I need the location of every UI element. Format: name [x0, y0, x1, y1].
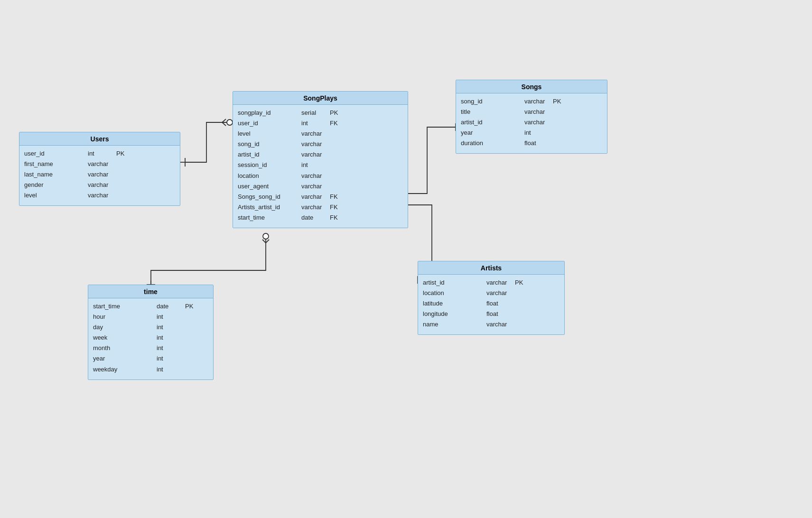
- table-row: level varchar: [238, 129, 403, 139]
- table-row: title varchar: [461, 107, 602, 117]
- er-diagram: Users user_id int PK first_name varchar …: [0, 0, 812, 518]
- table-row: start_time date PK: [93, 301, 208, 312]
- table-row: gender varchar: [24, 180, 175, 190]
- svg-point-2: [227, 120, 233, 125]
- table-songs-header: Songs: [456, 80, 607, 93]
- table-time-body: start_time date PK hour int day int week…: [88, 298, 213, 379]
- table-row: song_id varchar: [238, 139, 403, 149]
- table-row: duration float: [461, 138, 602, 148]
- connectors-svg: [0, 0, 812, 518]
- table-row: hour int: [93, 312, 208, 322]
- table-row: songplay_id serial PK: [238, 108, 403, 118]
- table-row: latitude float: [423, 298, 560, 309]
- table-row: location varchar: [423, 288, 560, 298]
- table-row: level varchar: [24, 190, 175, 201]
- table-row: user_id int PK: [24, 148, 175, 159]
- svg-line-7: [262, 240, 266, 243]
- table-row: week int: [93, 333, 208, 343]
- table-row: artist_id varchar: [238, 149, 403, 160]
- table-songplays-body: songplay_id serial PK user_id int FK lev…: [233, 105, 408, 228]
- table-row: Songs_song_id varchar FK: [238, 192, 403, 202]
- table-songs-body: song_id varchar PK title varchar artist_…: [456, 93, 607, 153]
- table-artists: Artists artist_id varchar PK location va…: [418, 261, 565, 335]
- table-row: location varchar: [238, 171, 403, 181]
- svg-line-4: [222, 122, 226, 126]
- table-row: Artists_artist_id varchar FK: [238, 202, 403, 213]
- table-artists-body: artist_id varchar PK location varchar la…: [418, 275, 564, 334]
- table-artists-header: Artists: [418, 261, 564, 275]
- table-time: time start_time date PK hour int day int…: [88, 285, 214, 380]
- table-songplays: SongPlays songplay_id serial PK user_id …: [233, 91, 408, 228]
- table-row: artist_id varchar PK: [423, 278, 560, 288]
- table-songs: Songs song_id varchar PK title varchar a…: [456, 80, 607, 154]
- table-row: song_id varchar PK: [461, 96, 602, 107]
- svg-line-8: [266, 240, 269, 243]
- table-row: first_name varchar: [24, 159, 175, 169]
- table-users: Users user_id int PK first_name varchar …: [19, 132, 180, 206]
- table-row: last_name varchar: [24, 169, 175, 180]
- table-row: user_id int FK: [238, 118, 403, 129]
- table-songplays-header: SongPlays: [233, 92, 408, 105]
- table-row: name varchar: [423, 319, 560, 330]
- svg-point-6: [263, 233, 269, 239]
- table-row: weekday int: [93, 364, 208, 375]
- table-row: user_agent varchar: [238, 181, 403, 192]
- table-users-header: Users: [19, 132, 180, 146]
- table-row: year int: [93, 353, 208, 364]
- table-row: month int: [93, 343, 208, 353]
- table-time-header: time: [88, 285, 213, 298]
- table-row: year int: [461, 128, 602, 138]
- table-row: start_time date FK: [238, 213, 403, 223]
- table-users-body: user_id int PK first_name varchar last_n…: [19, 146, 180, 205]
- table-row: day int: [93, 322, 208, 333]
- table-row: longitude float: [423, 309, 560, 319]
- table-row: artist_id varchar: [461, 117, 602, 128]
- table-row: session_id int: [238, 160, 403, 170]
- svg-line-3: [222, 119, 226, 122]
